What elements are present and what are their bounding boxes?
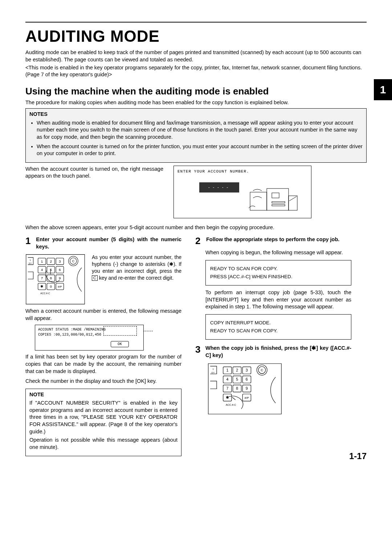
note-box-2: NOTE If "ACCOUNT NUMBER SECURITY" is ena… — [25, 389, 181, 457]
svg-text:T: T — [30, 259, 31, 262]
note2-p2: Operation is not possible while this mes… — [29, 437, 177, 451]
svg-text:ACC.#-C: ACC.#-C — [226, 404, 236, 406]
svg-text:8: 8 — [50, 276, 52, 280]
svg-text:2: 2 — [236, 368, 238, 373]
interrupt-l1: COPY INTERRUPT MODE. — [210, 320, 347, 326]
svg-text:#/P: #/P — [58, 285, 62, 288]
step2-p1: When copying is begun, the following mes… — [205, 249, 351, 256]
step-1-text: As you enter your account number, the hy… — [92, 254, 181, 281]
svg-text:4: 4 — [41, 268, 43, 272]
svg-text:6: 6 — [59, 268, 61, 272]
asterisk-icon: ✱ — [169, 261, 173, 267]
svg-rect-4 — [272, 202, 285, 203]
notes-title: NOTES — [29, 111, 363, 118]
note2-title: NOTE — [29, 391, 177, 398]
notes-box: NOTES When auditing mode is enabled for … — [25, 108, 367, 162]
touch-after-text: When the above screen appears, enter you… — [25, 224, 367, 231]
svg-rect-1 — [267, 189, 289, 210]
page-number: 1-17 — [349, 450, 367, 462]
step-1-title: Enter your account number (5 digits) wit… — [36, 236, 181, 250]
page-title: AUDITING MODE — [25, 22, 367, 47]
svg-text:8: 8 — [236, 386, 238, 391]
leader-line — [143, 331, 153, 331]
step-number-2: 2 — [195, 236, 203, 246]
svg-text:3: 3 — [59, 259, 61, 263]
touch-panel-header: ENTER YOUR ACCOUNT NUMBER. — [177, 169, 307, 174]
step-3-title: When the copy job is finished, press the… — [205, 345, 351, 359]
notes-item: When the account counter is turned on fo… — [37, 143, 363, 157]
step1-after-pad: When a correct account number is entered… — [25, 308, 181, 322]
interrupt-l2: READY TO SCAN FOR COPY. — [210, 328, 347, 334]
section-lead: The procedure for making copies when aud… — [25, 99, 367, 106]
ready-scan-l1: READY TO SCAN FOR COPY. — [210, 266, 347, 272]
right-column: 2 Follow the appropriate steps to perfor… — [195, 236, 351, 456]
touch-panel-illustration: ENTER YOUR ACCOUNT NUMBER. ----- — [173, 166, 311, 218]
svg-text:4: 4 — [226, 377, 228, 382]
touch-text: When the account counter is turned on, t… — [25, 166, 163, 180]
left-column: 1 Enter your account number (5 digits) w… — [25, 236, 181, 456]
ok-button[interactable]: OK — [111, 341, 129, 348]
step-number-3: 3 — [195, 345, 203, 359]
svg-text:5: 5 — [236, 377, 238, 382]
svg-text:ACC.#-C: ACC.#-C — [40, 292, 50, 295]
keypad-illustration-1: 123 456 789 ✱0#/P C ACC.#-C T DY — [25, 254, 85, 305]
step2-p2: To perform an interrupt copy job (page 5… — [205, 289, 351, 311]
svg-rect-2 — [289, 196, 297, 210]
touch-panel-dashes: ----- — [199, 182, 239, 193]
svg-text:✱: ✱ — [226, 396, 229, 400]
interrupt-box: COPY INTERRUPT MODE. READY TO SCAN FOR C… — [205, 314, 351, 340]
svg-text:5: 5 — [50, 268, 52, 272]
intro-p1: Auditing mode can be enabled to keep tra… — [25, 49, 367, 63]
svg-text:1: 1 — [226, 368, 228, 373]
remaining-highlight — [103, 326, 137, 336]
p-check: Check the number in the display and touc… — [25, 378, 181, 385]
svg-rect-3 — [272, 193, 279, 198]
svg-text:9: 9 — [59, 276, 61, 280]
intro-block: Auditing mode can be enabled to keep tra… — [25, 49, 367, 78]
step-number-1: 1 — [25, 236, 33, 250]
svg-text:C: C — [261, 368, 263, 372]
ready-scan-box: READY TO SCAN FOR COPY. PRESS [ACC.#-C] … — [205, 260, 351, 285]
svg-text:T: T — [212, 368, 214, 370]
keypad-illustration-2: 123 456 789 ✱#/P C ACC.#-C T DY — [208, 362, 282, 417]
c-key-icon: C — [92, 275, 98, 281]
svg-rect-0 — [250, 192, 267, 210]
section-heading: Using the machine when the auditing mode… — [25, 85, 367, 98]
svg-text:7: 7 — [41, 276, 43, 280]
svg-text:DY: DY — [29, 262, 32, 264]
ready-scan-l2: PRESS [ACC.#-C] WHEN FINISHED. — [210, 274, 347, 280]
svg-text:✱: ✱ — [40, 284, 43, 288]
svg-text:#/P: #/P — [245, 397, 249, 400]
p-limit: If a limit has been set by key operator … — [25, 353, 181, 375]
asterisk-icon: ✱ — [311, 345, 316, 351]
notes-item: When auditing mode is enabled for docume… — [37, 119, 363, 141]
step-2-title: Follow the appropriate steps to perform … — [206, 236, 339, 246]
intro-p2: <This mode is enabled in the key operato… — [25, 64, 367, 78]
account-status-box: ACCOUNT STATUS :MADE /REMAINING COPIES :… — [35, 325, 144, 351]
printer-icon — [246, 181, 301, 214]
svg-text:3: 3 — [246, 368, 248, 373]
svg-text:2: 2 — [50, 259, 52, 263]
svg-text:DY: DY — [212, 371, 215, 374]
svg-text:6: 6 — [246, 377, 248, 382]
chapter-tab: 1 — [374, 79, 392, 100]
svg-rect-5 — [272, 204, 285, 206]
svg-text:7: 7 — [226, 386, 228, 391]
svg-text:1: 1 — [41, 259, 43, 263]
note2-p1: If "ACCOUNT NUMBER SECURITY" is enabled … — [29, 400, 177, 435]
svg-text:9: 9 — [246, 386, 248, 391]
svg-text:0: 0 — [50, 284, 52, 288]
svg-text:C: C — [72, 259, 75, 263]
